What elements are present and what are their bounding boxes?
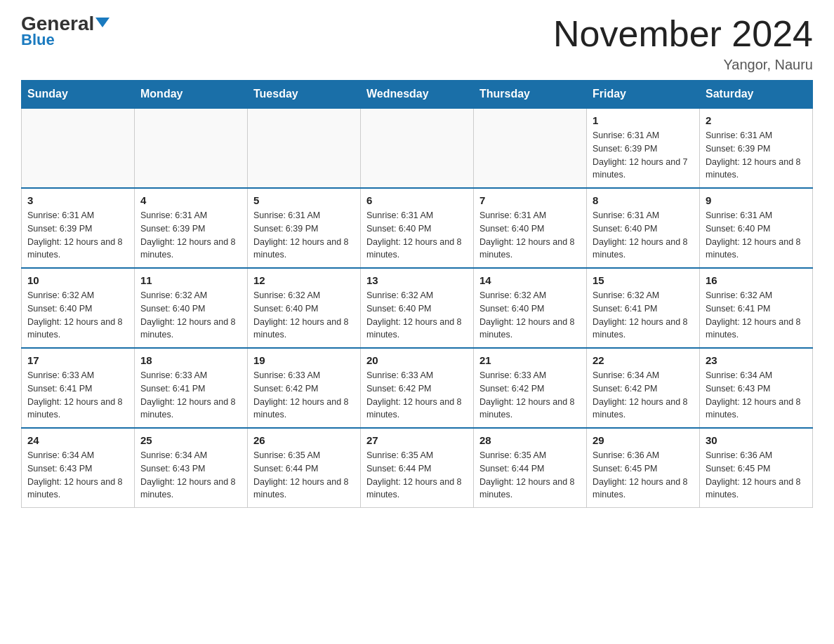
- calendar-title: November 2024: [553, 14, 813, 54]
- day-info-15: Sunrise: 6:32 AMSunset: 6:41 PMDaylight:…: [593, 289, 694, 342]
- calendar-cell-2-4: 14Sunrise: 6:32 AMSunset: 6:40 PMDayligh…: [474, 268, 587, 348]
- day-info-26: Sunrise: 6:35 AMSunset: 6:44 PMDaylight:…: [253, 449, 355, 502]
- calendar-cell-2-6: 16Sunrise: 6:32 AMSunset: 6:41 PMDayligh…: [700, 268, 813, 348]
- day-number-16: 16: [706, 274, 807, 286]
- day-info-18: Sunrise: 6:33 AMSunset: 6:41 PMDaylight:…: [140, 369, 241, 422]
- day-info-12: Sunrise: 6:32 AMSunset: 6:40 PMDaylight:…: [253, 289, 355, 342]
- day-info-30: Sunrise: 6:36 AMSunset: 6:45 PMDaylight:…: [706, 449, 807, 502]
- day-number-3: 3: [27, 194, 128, 206]
- day-number-7: 7: [479, 194, 581, 206]
- day-info-27: Sunrise: 6:35 AMSunset: 6:44 PMDaylight:…: [366, 449, 468, 502]
- calendar-cell-4-4: 28Sunrise: 6:35 AMSunset: 6:44 PMDayligh…: [474, 428, 587, 508]
- calendar-cell-0-4: [474, 108, 587, 188]
- calendar-cell-3-6: 23Sunrise: 6:34 AMSunset: 6:43 PMDayligh…: [700, 348, 813, 428]
- week-row-3: 17Sunrise: 6:33 AMSunset: 6:41 PMDayligh…: [22, 348, 813, 428]
- day-info-11: Sunrise: 6:32 AMSunset: 6:40 PMDaylight:…: [140, 289, 241, 342]
- day-number-29: 29: [593, 434, 694, 446]
- day-number-30: 30: [706, 434, 807, 446]
- day-info-2: Sunrise: 6:31 AMSunset: 6:39 PMDaylight:…: [706, 129, 807, 182]
- calendar-cell-1-5: 8Sunrise: 6:31 AMSunset: 6:40 PMDaylight…: [587, 188, 700, 268]
- week-row-0: 1Sunrise: 6:31 AMSunset: 6:39 PMDaylight…: [22, 108, 813, 188]
- calendar-cell-1-3: 6Sunrise: 6:31 AMSunset: 6:40 PMDaylight…: [361, 188, 474, 268]
- calendar-cell-2-1: 11Sunrise: 6:32 AMSunset: 6:40 PMDayligh…: [135, 268, 248, 348]
- calendar-cell-1-4: 7Sunrise: 6:31 AMSunset: 6:40 PMDaylight…: [474, 188, 587, 268]
- title-section: November 2024 Yangor, Nauru: [553, 14, 813, 73]
- day-info-29: Sunrise: 6:36 AMSunset: 6:45 PMDaylight:…: [593, 449, 694, 502]
- day-info-23: Sunrise: 6:34 AMSunset: 6:43 PMDaylight:…: [706, 369, 807, 422]
- day-info-14: Sunrise: 6:32 AMSunset: 6:40 PMDaylight:…: [479, 289, 581, 342]
- day-number-6: 6: [366, 194, 468, 206]
- day-number-11: 11: [140, 274, 241, 286]
- calendar-cell-0-6: 2Sunrise: 6:31 AMSunset: 6:39 PMDaylight…: [700, 108, 813, 188]
- week-row-1: 3Sunrise: 6:31 AMSunset: 6:39 PMDaylight…: [22, 188, 813, 268]
- day-number-19: 19: [253, 354, 355, 366]
- calendar-cell-2-5: 15Sunrise: 6:32 AMSunset: 6:41 PMDayligh…: [587, 268, 700, 348]
- day-info-3: Sunrise: 6:31 AMSunset: 6:39 PMDaylight:…: [27, 209, 128, 262]
- calendar-cell-1-2: 5Sunrise: 6:31 AMSunset: 6:39 PMDaylight…: [248, 188, 361, 268]
- day-info-19: Sunrise: 6:33 AMSunset: 6:42 PMDaylight:…: [253, 369, 355, 422]
- header-sunday: Sunday: [22, 81, 135, 109]
- calendar-cell-2-0: 10Sunrise: 6:32 AMSunset: 6:40 PMDayligh…: [22, 268, 135, 348]
- calendar-cell-4-1: 25Sunrise: 6:34 AMSunset: 6:43 PMDayligh…: [135, 428, 248, 508]
- header-thursday: Thursday: [474, 81, 587, 109]
- calendar-cell-3-2: 19Sunrise: 6:33 AMSunset: 6:42 PMDayligh…: [248, 348, 361, 428]
- day-number-25: 25: [140, 434, 241, 446]
- calendar-cell-2-2: 12Sunrise: 6:32 AMSunset: 6:40 PMDayligh…: [248, 268, 361, 348]
- calendar-cell-0-5: 1Sunrise: 6:31 AMSunset: 6:39 PMDaylight…: [587, 108, 700, 188]
- day-info-7: Sunrise: 6:31 AMSunset: 6:40 PMDaylight:…: [479, 209, 581, 262]
- logo-triangle-icon: [95, 18, 110, 27]
- calendar-cell-1-0: 3Sunrise: 6:31 AMSunset: 6:39 PMDaylight…: [22, 188, 135, 268]
- day-number-10: 10: [27, 274, 128, 286]
- day-info-4: Sunrise: 6:31 AMSunset: 6:39 PMDaylight:…: [140, 209, 241, 262]
- day-info-17: Sunrise: 6:33 AMSunset: 6:41 PMDaylight:…: [27, 369, 128, 422]
- header-monday: Monday: [135, 81, 248, 109]
- calendar-cell-4-3: 27Sunrise: 6:35 AMSunset: 6:44 PMDayligh…: [361, 428, 474, 508]
- day-info-25: Sunrise: 6:34 AMSunset: 6:43 PMDaylight:…: [140, 449, 241, 502]
- day-number-20: 20: [366, 354, 468, 366]
- day-info-5: Sunrise: 6:31 AMSunset: 6:39 PMDaylight:…: [253, 209, 355, 262]
- week-row-2: 10Sunrise: 6:32 AMSunset: 6:40 PMDayligh…: [22, 268, 813, 348]
- calendar-cell-2-3: 13Sunrise: 6:32 AMSunset: 6:40 PMDayligh…: [361, 268, 474, 348]
- calendar-cell-3-4: 21Sunrise: 6:33 AMSunset: 6:42 PMDayligh…: [474, 348, 587, 428]
- header-wednesday: Wednesday: [361, 81, 474, 109]
- day-number-27: 27: [366, 434, 468, 446]
- calendar-cell-4-6: 30Sunrise: 6:36 AMSunset: 6:45 PMDayligh…: [700, 428, 813, 508]
- calendar-cell-3-5: 22Sunrise: 6:34 AMSunset: 6:42 PMDayligh…: [587, 348, 700, 428]
- days-of-week-row: Sunday Monday Tuesday Wednesday Thursday…: [22, 81, 813, 109]
- calendar-cell-3-0: 17Sunrise: 6:33 AMSunset: 6:41 PMDayligh…: [22, 348, 135, 428]
- calendar-cell-0-3: [361, 108, 474, 188]
- header: General Blue November 2024 Yangor, Nauru: [21, 14, 813, 73]
- day-number-24: 24: [27, 434, 128, 446]
- header-friday: Friday: [587, 81, 700, 109]
- day-number-8: 8: [593, 194, 694, 206]
- calendar-body: 1Sunrise: 6:31 AMSunset: 6:39 PMDaylight…: [22, 108, 813, 508]
- calendar-subtitle: Yangor, Nauru: [553, 57, 813, 73]
- day-info-6: Sunrise: 6:31 AMSunset: 6:40 PMDaylight:…: [366, 209, 468, 262]
- day-number-5: 5: [253, 194, 355, 206]
- day-info-8: Sunrise: 6:31 AMSunset: 6:40 PMDaylight:…: [593, 209, 694, 262]
- day-info-20: Sunrise: 6:33 AMSunset: 6:42 PMDaylight:…: [366, 369, 468, 422]
- logo-blue: Blue: [21, 31, 55, 49]
- day-number-12: 12: [253, 274, 355, 286]
- day-number-21: 21: [479, 354, 581, 366]
- day-number-22: 22: [593, 354, 694, 366]
- calendar-cell-3-3: 20Sunrise: 6:33 AMSunset: 6:42 PMDayligh…: [361, 348, 474, 428]
- day-number-9: 9: [706, 194, 807, 206]
- day-number-17: 17: [27, 354, 128, 366]
- day-number-14: 14: [479, 274, 581, 286]
- day-number-2: 2: [706, 114, 807, 126]
- header-tuesday: Tuesday: [248, 81, 361, 109]
- day-number-18: 18: [140, 354, 241, 366]
- day-number-4: 4: [140, 194, 241, 206]
- calendar-cell-0-1: [135, 108, 248, 188]
- week-row-4: 24Sunrise: 6:34 AMSunset: 6:43 PMDayligh…: [22, 428, 813, 508]
- day-info-9: Sunrise: 6:31 AMSunset: 6:40 PMDaylight:…: [706, 209, 807, 262]
- calendar-cell-1-6: 9Sunrise: 6:31 AMSunset: 6:40 PMDaylight…: [700, 188, 813, 268]
- day-number-1: 1: [593, 114, 694, 126]
- day-number-13: 13: [366, 274, 468, 286]
- day-number-23: 23: [706, 354, 807, 366]
- calendar-header: Sunday Monday Tuesday Wednesday Thursday…: [22, 81, 813, 109]
- day-info-21: Sunrise: 6:33 AMSunset: 6:42 PMDaylight:…: [479, 369, 581, 422]
- day-info-28: Sunrise: 6:35 AMSunset: 6:44 PMDaylight:…: [479, 449, 581, 502]
- day-info-24: Sunrise: 6:34 AMSunset: 6:43 PMDaylight:…: [27, 449, 128, 502]
